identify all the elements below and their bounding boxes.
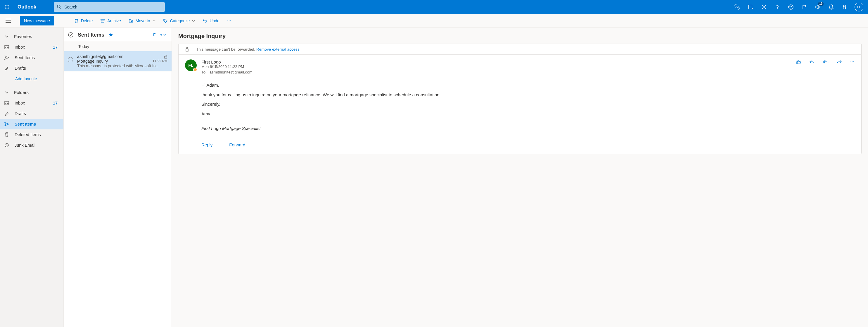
to-recipient: asmithignite@gmail.com: [210, 70, 252, 74]
reply-forward-row: Reply Forward: [179, 141, 861, 154]
svg-point-3: [5, 6, 5, 7]
folder-nav: Favorites Inbox 17 Sent Items Drafts Add…: [0, 28, 64, 327]
svg-point-9: [57, 5, 60, 8]
announce-icon[interactable]: 19: [814, 3, 821, 10]
add-favorite-link[interactable]: Add favorite: [0, 74, 63, 84]
nav-sent-items[interactable]: Sent Items: [0, 119, 63, 129]
nav-junk[interactable]: Junk Email: [0, 140, 63, 151]
reply-all-icon[interactable]: [823, 59, 829, 74]
svg-point-6: [5, 8, 5, 9]
nav-inbox[interactable]: Inbox 17: [0, 98, 63, 108]
svg-point-4: [6, 6, 7, 7]
folder-title: Sent Items: [78, 32, 104, 38]
sent-icon: [4, 122, 9, 126]
favorites-label: Favorites: [14, 34, 32, 39]
inbox-count: 17: [53, 45, 59, 50]
move-to-button[interactable]: Move to: [129, 19, 155, 23]
forward-icon[interactable]: [837, 59, 842, 74]
message-list-header: Sent Items ★ Filter: [64, 28, 172, 41]
favorite-star-icon[interactable]: ★: [108, 32, 113, 38]
favorites-header[interactable]: Favorites: [0, 31, 63, 42]
svg-point-14: [763, 6, 765, 8]
search-icon: [57, 4, 61, 9]
svg-point-18: [792, 6, 792, 7]
message-list: Sent Items ★ Filter Today asmithignite@g…: [64, 28, 172, 327]
reading-pane: Mortgage Inquiry This message can't be f…: [172, 28, 868, 327]
svg-point-5: [8, 6, 9, 7]
app-brand: Outlook: [18, 4, 36, 10]
svg-line-10: [60, 8, 61, 9]
svg-point-11: [735, 5, 737, 7]
message-card: This message can't be forwarded. Remove …: [178, 44, 862, 154]
hamburger-icon[interactable]: [3, 19, 13, 23]
notification-badge: 19: [818, 2, 824, 6]
bell-icon[interactable]: [828, 3, 835, 10]
svg-point-7: [6, 8, 7, 9]
nav-fav-inbox[interactable]: Inbox 17: [0, 42, 63, 52]
archive-button[interactable]: Archive: [100, 19, 121, 23]
nav-deleted[interactable]: Deleted Items: [0, 129, 63, 140]
svg-point-27: [164, 20, 165, 20]
nav-drafts[interactable]: Drafts: [0, 108, 63, 119]
drafts-icon: [4, 66, 9, 70]
search-input[interactable]: [54, 2, 165, 12]
help-icon[interactable]: [774, 3, 781, 10]
svg-point-16: [788, 5, 793, 9]
trash-icon: [4, 132, 9, 137]
new-message-button[interactable]: New message: [20, 16, 54, 25]
undo-button[interactable]: Undo: [203, 19, 219, 23]
nav-fav-sent[interactable]: Sent Items: [0, 52, 63, 63]
nav-fav-drafts[interactable]: Drafts: [0, 63, 63, 74]
settings-icon[interactable]: [761, 3, 768, 10]
message-from: asmithignite@gmail.com: [77, 54, 123, 59]
svg-line-29: [5, 144, 8, 146]
skype-icon[interactable]: [734, 3, 741, 10]
svg-point-1: [6, 5, 7, 5]
message-item[interactable]: asmithignite@gmail.com Mortgage Inquiry …: [64, 51, 172, 72]
svg-rect-31: [164, 56, 167, 58]
message-actions: ⋯: [796, 59, 855, 74]
app-header: Outlook 19 FL: [0, 0, 868, 14]
select-circle-icon[interactable]: [68, 57, 73, 62]
delete-button[interactable]: Delete: [74, 19, 93, 23]
sender-avatar[interactable]: FL: [185, 59, 197, 71]
message-subject: Mortgage Inquiry: [77, 59, 108, 63]
svg-rect-13: [748, 5, 752, 9]
reply-button[interactable]: Reply: [202, 142, 213, 147]
flag-icon[interactable]: [801, 3, 808, 10]
categorize-button[interactable]: Categorize: [163, 19, 195, 23]
more-actions-icon[interactable]: ⋯: [850, 59, 855, 74]
more-commands-icon[interactable]: ⋯: [227, 19, 232, 23]
svg-point-8: [8, 8, 9, 9]
filter-button[interactable]: Filter: [153, 32, 166, 37]
group-today: Today: [64, 41, 172, 51]
tools-icon[interactable]: [841, 3, 848, 10]
sent-date: Mon 6/15/2020 11:22 PM: [202, 64, 252, 69]
svg-point-17: [790, 6, 790, 7]
main-layout: Favorites Inbox 17 Sent Items Drafts Add…: [0, 28, 868, 327]
svg-point-15: [777, 8, 778, 9]
reply-icon[interactable]: [809, 59, 814, 74]
account-avatar[interactable]: FL: [855, 3, 863, 11]
remove-access-link[interactable]: Remove external access: [256, 47, 300, 52]
chevron-down-icon: [4, 35, 9, 38]
svg-rect-32: [186, 49, 188, 51]
inbox-icon: [4, 45, 9, 49]
like-icon[interactable]: [796, 59, 801, 74]
sender-name: First Logo: [202, 59, 252, 64]
sent-icon: [4, 56, 9, 60]
header-actions: 19 FL: [734, 3, 866, 11]
presence-away-icon: [193, 67, 197, 72]
notes-icon[interactable]: [747, 3, 754, 10]
forward-button[interactable]: Forward: [229, 142, 245, 147]
message-header: FL First Logo Mon 6/15/2020 11:22 PM To:…: [179, 55, 861, 76]
inbox-icon: [4, 101, 9, 105]
select-all-icon[interactable]: [68, 32, 74, 38]
info-bar: This message can't be forwarded. Remove …: [179, 44, 861, 55]
infobar-text: This message can't be forwarded.: [196, 47, 255, 52]
svg-rect-26: [101, 19, 104, 20]
app-launcher-icon[interactable]: [2, 5, 12, 9]
emoji-icon[interactable]: [787, 3, 794, 10]
folders-header[interactable]: Folders: [0, 87, 63, 98]
command-bar: New message Delete Archive Move to Categ…: [0, 14, 868, 28]
